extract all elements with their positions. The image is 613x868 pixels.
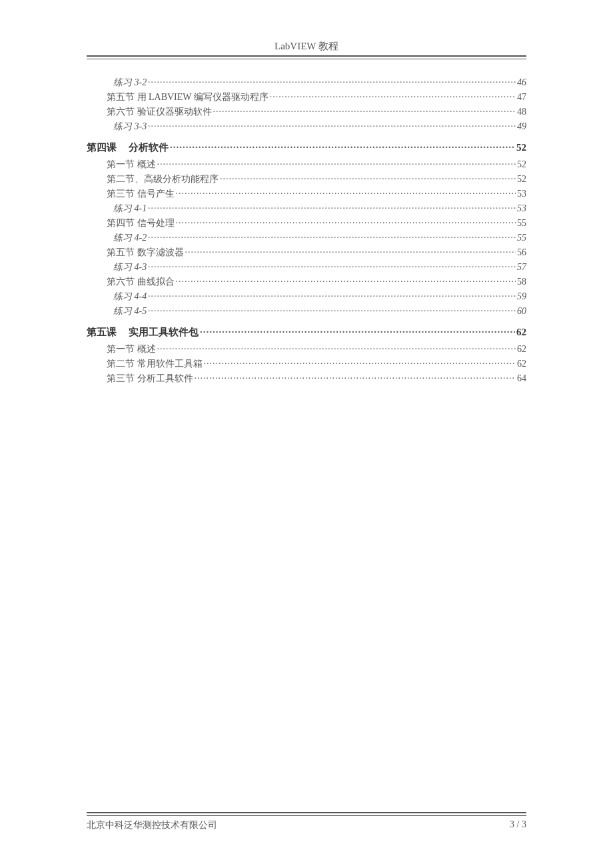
toc-entry: 第三节 分析工具软件 64	[87, 372, 526, 385]
toc-entry: 练习 4-4 59	[87, 290, 526, 303]
header-rule	[87, 55, 526, 59]
toc-label: 第四节 信号处理	[107, 217, 175, 229]
toc-page-number: 47	[517, 92, 526, 103]
toc-page-number: 46	[517, 77, 526, 88]
toc-chapter-heading: 第四课分析软件 52	[87, 141, 526, 154]
toc-entry: 练习 3-2 46	[87, 76, 526, 89]
toc-page-number: 52	[516, 142, 526, 153]
toc-page-number: 58	[517, 277, 526, 287]
toc-label: 第六节 曲线拟合	[107, 276, 175, 288]
toc-entry: 第二节 常用软件工具箱 62	[87, 357, 526, 370]
toc-label: 练习 3-3	[113, 121, 147, 133]
toc-entry: 第五节 用 LABVIEW 编写仪器驱动程序 47	[87, 91, 526, 103]
toc-page-number: 57	[517, 262, 526, 273]
toc-page-number: 52	[517, 159, 526, 170]
toc-leader-dots	[148, 261, 516, 270]
toc-label: 练习 4-4	[113, 291, 147, 303]
toc-page-number: 62	[517, 359, 526, 369]
toc-label: 第二节、高级分析功能程序	[107, 173, 219, 185]
toc-label: 第一节 概述	[107, 159, 156, 171]
toc-entry: 练习 3-3 49	[87, 120, 526, 133]
toc-page-number: 64	[517, 373, 526, 384]
toc-label: 练习 4-5	[113, 305, 147, 317]
toc-label: 第六节 验证仪器驱动软件	[107, 106, 212, 118]
toc-page-number: 48	[517, 107, 526, 117]
toc-leader-dots	[148, 76, 516, 85]
toc-page-number: 62	[517, 344, 526, 355]
toc-entry: 第一节 概述 62	[87, 343, 526, 355]
document-header-title: LabVIEW 教程	[87, 40, 526, 53]
toc-leader-dots	[148, 120, 516, 129]
toc-entry: 练习 4-2 55	[87, 231, 526, 244]
toc-page-number: 53	[517, 203, 526, 214]
footer-company: 北京中科泛华测控技术有限公司	[87, 819, 217, 831]
toc-entry: 练习 4-1 53	[87, 202, 526, 215]
toc-label: 第二节 常用软件工具箱	[107, 358, 203, 370]
toc-page-number: 56	[517, 247, 526, 258]
toc-entry: 第一节 概述 52	[87, 158, 526, 171]
toc-label: 练习 4-1	[113, 203, 147, 215]
toc-label: 练习 3-2	[113, 77, 147, 89]
toc-page-number: 59	[517, 291, 526, 302]
toc-leader-dots	[170, 141, 515, 151]
toc-leader-dots	[176, 217, 516, 226]
toc-page-number: 52	[517, 174, 526, 185]
table-of-contents: 练习 3-2 46 第五节 用 LABVIEW 编写仪器驱动程序 47 第六节 …	[87, 76, 526, 385]
toc-leader-dots	[200, 325, 515, 335]
toc-entry: 第五节 数字滤波器 56	[87, 246, 526, 259]
footer-page-number: 3 / 3	[510, 819, 526, 831]
toc-entry: 第四节 信号处理 55	[87, 217, 526, 229]
toc-page-number: 55	[517, 218, 526, 229]
toc-leader-dots	[148, 290, 516, 299]
toc-leader-dots	[157, 343, 516, 352]
toc-page-number: 62	[516, 327, 526, 338]
toc-leader-dots	[270, 91, 516, 100]
footer-rule	[87, 812, 526, 816]
toc-label: 第五节 用 LABVIEW 编写仪器驱动程序	[107, 91, 269, 103]
toc-label: 第三节 分析工具软件	[107, 373, 193, 385]
toc-chapter-heading: 第五课实用工具软件包 62	[87, 325, 526, 339]
toc-chapter-label: 第四课分析软件	[87, 141, 169, 154]
toc-page-number: 55	[517, 233, 526, 243]
toc-entry: 第二节、高级分析功能程序 52	[87, 173, 526, 185]
toc-leader-dots	[148, 231, 516, 241]
toc-entry: 第六节 曲线拟合 58	[87, 275, 526, 288]
toc-leader-dots	[220, 173, 516, 182]
toc-entry: 第六节 验证仪器驱动软件 48	[87, 105, 526, 118]
toc-leader-dots	[176, 275, 516, 285]
toc-label: 练习 4-2	[113, 232, 147, 244]
toc-label: 第三节 信号产生	[107, 188, 175, 200]
toc-leader-dots	[176, 187, 516, 197]
toc-entry: 第三节 信号产生 53	[87, 187, 526, 200]
toc-leader-dots	[148, 202, 516, 211]
toc-label: 第一节 概述	[107, 343, 156, 355]
toc-label: 练习 4-3	[113, 261, 147, 273]
toc-page-number: 49	[517, 121, 526, 132]
toc-entry: 练习 4-3 57	[87, 261, 526, 273]
toc-leader-dots	[195, 372, 516, 381]
toc-page-number: 53	[517, 189, 526, 199]
toc-chapter-label: 第五课实用工具软件包	[87, 326, 199, 339]
toc-label: 第五节 数字滤波器	[107, 247, 184, 259]
toc-leader-dots	[185, 246, 516, 255]
toc-entry: 练习 4-5 60	[87, 305, 526, 317]
toc-leader-dots	[204, 357, 516, 367]
page-footer: 北京中科泛华测控技术有限公司 3 / 3	[87, 812, 526, 831]
toc-page-number: 60	[517, 306, 526, 317]
toc-leader-dots	[157, 158, 516, 167]
toc-leader-dots	[213, 105, 516, 115]
toc-leader-dots	[148, 305, 516, 314]
